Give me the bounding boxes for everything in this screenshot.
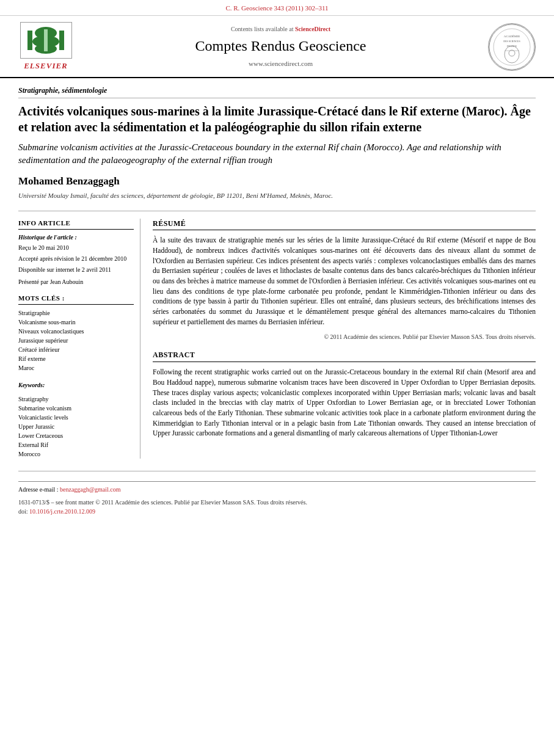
article-footer: Adresse e-mail : benzaggagh@gmail.com 16… — [18, 471, 536, 516]
svg-rect-5 — [44, 29, 48, 51]
info-article-col: INFO ARTICLE Historique de l'article : R… — [18, 219, 140, 459]
elsevier-tree-icon — [24, 26, 67, 55]
keyword-fr-2: Volcanisme sous-marin — [18, 318, 134, 327]
keyword-en-1: Stratigraphy — [18, 394, 134, 404]
main-content: Stratigraphie, sédimentologie Activités … — [0, 78, 554, 529]
keyword-en-2: Submarine volcanism — [18, 404, 134, 413]
two-column-layout: INFO ARTICLE Historique de l'article : R… — [18, 211, 536, 459]
author-name: Mohamed Benzaggagh — [18, 174, 536, 189]
email-label: Adresse e-mail : — [18, 486, 59, 493]
doi-line: doi: 10.1016/j.crte.2010.12.009 — [18, 507, 536, 516]
abstract-text: Following the recent stratigraphic works… — [153, 367, 536, 438]
info-article-heading: INFO ARTICLE — [18, 219, 134, 230]
article-title-fr: Activités volcaniques sous-marines à la … — [18, 103, 536, 135]
doi-value[interactable]: 10.1016/j.crte.2010.12.009 — [29, 508, 95, 515]
keyword-fr-6: Rif externe — [18, 354, 134, 363]
keyword-en-6: External Rif — [18, 440, 134, 449]
keywords-en-list: Stratigraphy Submarine volcanism Volcani… — [18, 394, 134, 459]
abstract-heading: ABSTRACT — [153, 350, 536, 362]
elsevier-name: ELSEVIER — [24, 60, 68, 71]
article-title-en: Submarine volcanism activities at the Ju… — [18, 141, 536, 167]
academy-logo: ACADÉMIE DES SCIENCES FRANCE — [488, 23, 536, 71]
abstracts-col: RÉSUMÉ À la suite des travaux de stratig… — [153, 219, 536, 459]
keywords-en-label: Keywords: — [18, 381, 134, 391]
svg-rect-0 — [27, 31, 32, 50]
journal-center: Contents lists available at ScienceDirec… — [73, 25, 488, 68]
online-date: Disponible sur internet le 2 avril 2011 — [18, 266, 134, 274]
keyword-fr-5: Crétacé inférieur — [18, 345, 134, 354]
sciencedirect-name: ScienceDirect — [295, 26, 330, 32]
journal-header: ELSEVIER Contents lists available at Sci… — [0, 16, 554, 78]
keyword-fr-3: Niveaux volcanoclastiques — [18, 327, 134, 336]
elsevier-logo-box — [20, 22, 72, 59]
author-affiliation: Université Moulay Ismail, faculté des sc… — [18, 191, 536, 200]
keyword-fr-1: Stratigraphie — [18, 308, 134, 318]
keyword-fr-7: Maroc — [18, 363, 134, 373]
footer-divider — [18, 481, 536, 482]
svg-rect-1 — [59, 31, 64, 50]
footer-issn: 1631-0713/$ – see front matter © 2011 Ac… — [18, 498, 536, 516]
history-label: Historique de l'article : — [18, 233, 134, 242]
keyword-en-3: Volcaniclastic levels — [18, 413, 134, 422]
citation-text: C. R. Geoscience 343 (2011) 302–311 — [225, 4, 328, 12]
svg-text:DES SCIENCES: DES SCIENCES — [503, 40, 520, 43]
received-date: Reçu le 20 mai 2010 — [18, 244, 134, 252]
resume-text: À la suite des travaux de stratigraphie … — [153, 235, 536, 327]
keyword-fr-4: Jurassique supérieur — [18, 336, 134, 345]
keywords-fr-heading: Mots clés : — [18, 294, 134, 305]
doi-label: doi: — [18, 508, 28, 515]
keyword-en-5: Lower Cretaceous — [18, 431, 134, 440]
journal-url: www.sciencedirect.com — [86, 59, 476, 68]
citation-bar: C. R. Geoscience 343 (2011) 302–311 — [0, 0, 554, 16]
keyword-en-7: Morocco — [18, 449, 134, 459]
keywords-fr-list: Stratigraphie Volcanisme sous-marin Nive… — [18, 308, 134, 373]
accepted-date: Accepté après révision le 21 décembre 20… — [18, 255, 134, 263]
issn-line: 1631-0713/$ – see front matter © 2011 Ac… — [18, 498, 536, 507]
sciencedirect-line: Contents lists available at ScienceDirec… — [86, 25, 476, 34]
journal-title: Comptes Rendus Geoscience — [86, 36, 476, 57]
resume-heading: RÉSUMÉ — [153, 219, 536, 231]
svg-point-13 — [509, 50, 515, 56]
academy-emblem-icon: ACADÉMIE DES SCIENCES FRANCE — [489, 24, 535, 70]
resume-copyright: © 2011 Académie des sciences. Publié par… — [153, 333, 536, 341]
email-address[interactable]: benzaggagh@gmail.com — [60, 486, 120, 493]
section-type: Stratigraphie, sédimentologie — [18, 85, 536, 99]
keyword-en-4: Upper Jurassic — [18, 422, 134, 431]
svg-text:ACADÉMIE: ACADÉMIE — [504, 35, 520, 38]
sciencedirect-label: Contents lists available at — [231, 26, 293, 32]
elsevier-logo: ELSEVIER — [18, 22, 73, 71]
svg-point-11 — [505, 46, 519, 63]
presented-by: Présenté par Jean Aubouin — [18, 278, 134, 286]
footer-email: Adresse e-mail : benzaggagh@gmail.com — [18, 485, 536, 494]
